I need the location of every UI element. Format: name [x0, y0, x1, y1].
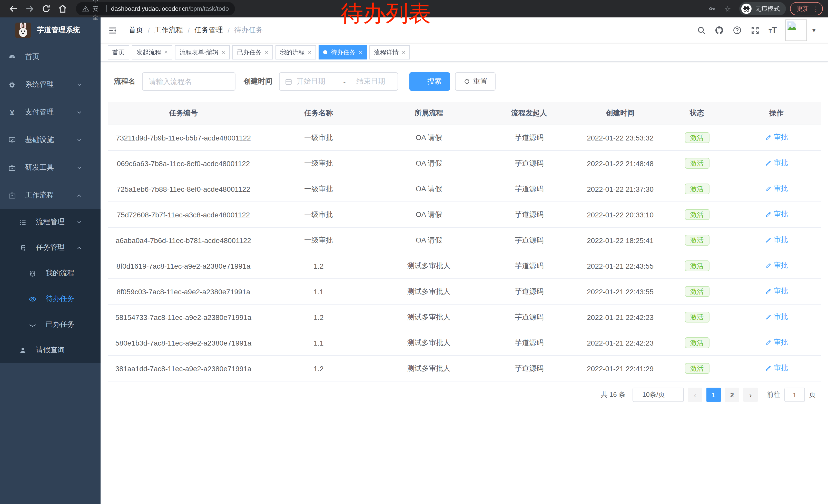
approve-link[interactable]: 审批: [765, 364, 788, 373]
tab-已办任务[interactable]: 已办任务×: [233, 45, 273, 59]
breadcrumb-task-manage[interactable]: 任务管理: [195, 26, 223, 35]
tab-我的流程[interactable]: 我的流程×: [276, 45, 316, 59]
column-header-状态: 状态: [662, 109, 732, 118]
table-row[interactable]: 381aa1dd-7ac8-11ec-a9e2-a2380e71991a1.2测…: [108, 356, 821, 381]
sidebar-item-流程管理[interactable]: 流程管理: [0, 209, 100, 235]
page-size-select[interactable]: 10条/页: [632, 387, 684, 402]
end-date-placeholder[interactable]: 结束日期: [349, 77, 392, 86]
table-row[interactable]: 8f0d1619-7ac8-11ec-a9e2-a2380e71991a1.2测…: [108, 253, 821, 279]
fullscreen-icon[interactable]: [750, 26, 760, 35]
table-row[interactable]: 580e1b3d-7ac8-11ec-a9e2-a2380e71991a1.1测…: [108, 330, 821, 356]
warning-icon: [82, 5, 89, 12]
date-range-picker[interactable]: 开始日期 - 结束日期: [279, 72, 398, 91]
forward-icon[interactable]: [25, 4, 35, 14]
page-button-1[interactable]: 1: [706, 387, 721, 402]
goto-page-input[interactable]: [784, 387, 805, 402]
breadcrumb-workflow[interactable]: 工作流程: [155, 26, 183, 35]
help-icon[interactable]: [733, 26, 742, 35]
back-icon[interactable]: [8, 4, 18, 14]
sidebar-item-待办任务[interactable]: 待办任务: [0, 286, 100, 312]
font-size-icon[interactable]: TT: [769, 26, 777, 35]
approve-link[interactable]: 审批: [765, 133, 788, 142]
github-icon[interactable]: [715, 26, 724, 35]
approve-link[interactable]: 审批: [765, 313, 788, 322]
approve-link[interactable]: 审批: [765, 184, 788, 193]
search-icon[interactable]: [697, 26, 706, 35]
process-name-label: 流程名: [114, 77, 135, 86]
tab-close-icon[interactable]: ×: [308, 49, 312, 55]
cell-status: 激活: [662, 286, 732, 297]
table-row[interactable]: 725a1eb6-7b88-11ec-8ef0-acde48001122一级审批…: [108, 176, 821, 202]
update-button[interactable]: 更新 ⋮: [790, 2, 823, 15]
home-icon[interactable]: [57, 4, 68, 14]
column-header-操作: 操作: [732, 109, 821, 118]
app-logo[interactable]: 芋道管理系统: [0, 17, 100, 43]
reload-icon[interactable]: [41, 4, 51, 14]
approve-link[interactable]: 审批: [765, 261, 788, 270]
table-row[interactable]: 75d72608-7b7f-11ec-a3c8-acde48001122一级审批…: [108, 202, 821, 228]
sidebar-item-基础设施[interactable]: 基础设施: [0, 126, 100, 154]
table-row[interactable]: 58154733-7ac8-11ec-a9e2-a2380e71991a1.2测…: [108, 305, 821, 330]
url-divider: [106, 5, 107, 12]
tab-close-icon[interactable]: ×: [222, 49, 225, 55]
pencil-icon: [765, 237, 772, 243]
sidebar-item-label: 我的流程: [46, 269, 74, 278]
key-icon[interactable]: [708, 5, 716, 13]
tab-close-icon[interactable]: ×: [402, 49, 405, 55]
tab-待办任务[interactable]: 待办任务×: [319, 45, 367, 59]
cell-status: 激活: [662, 158, 732, 169]
cell-task-name: 一级审批: [259, 236, 378, 245]
active-tab-dot: [323, 50, 327, 54]
approve-link[interactable]: 审批: [765, 159, 788, 168]
sidebar-collapse-icon[interactable]: [108, 26, 118, 35]
browser-menu-icon[interactable]: ⋮: [813, 5, 819, 12]
tab-发起流程[interactable]: 发起流程×: [132, 45, 172, 59]
tab-label: 流程表单-编辑: [179, 48, 218, 57]
app-title: 芋道管理系统: [37, 26, 80, 35]
page-button-2[interactable]: 2: [725, 387, 739, 402]
table-row[interactable]: 069c6a63-7b8a-11ec-8ef0-acde48001122一级审批…: [108, 151, 821, 176]
navbar-tools: TT ▼: [688, 19, 817, 41]
approve-link[interactable]: 审批: [765, 236, 788, 245]
table-row[interactable]: a6aba0a4-7b6d-11ec-b781-acde48001122一级审批…: [108, 228, 821, 253]
approve-link[interactable]: 审批: [765, 338, 788, 348]
search-button[interactable]: 搜索: [409, 72, 450, 91]
sidebar-item-任务管理[interactable]: 任务管理: [0, 235, 100, 261]
sidebar-item-工作流程[interactable]: 工作流程: [0, 182, 100, 209]
cell-created: 2022-01-21 22:42:23: [579, 339, 662, 347]
robot-icon: [29, 269, 36, 277]
tab-流程详情[interactable]: 流程详情×: [369, 45, 410, 59]
prev-page-button[interactable]: ‹: [688, 387, 702, 402]
top-navbar: 首页 / 工作流程 / 任务管理 / 待办任务 TT ▼: [100, 17, 828, 43]
tab-流程表单-编辑[interactable]: 流程表单-编辑×: [175, 45, 230, 59]
sidebar-item-请假查询[interactable]: 请假查询: [0, 337, 100, 363]
approve-link[interactable]: 审批: [765, 287, 788, 296]
tab-close-icon[interactable]: ×: [359, 49, 362, 55]
tab-首页[interactable]: 首页: [108, 45, 129, 59]
sidebar-item-研发工具[interactable]: 研发工具: [0, 154, 100, 182]
tab-close-icon[interactable]: ×: [164, 49, 168, 55]
cell-status: 激活: [662, 132, 732, 143]
breadcrumb-home[interactable]: 首页: [129, 26, 143, 35]
process-name-input[interactable]: [142, 72, 236, 91]
caret-down-icon[interactable]: ▼: [811, 27, 817, 33]
cell-process: OA 请假: [378, 184, 480, 193]
sidebar-item-系统管理[interactable]: 系统管理: [0, 71, 100, 98]
sidebar-item-已办任务[interactable]: 已办任务: [0, 312, 100, 337]
sidebar-item-我的流程[interactable]: 我的流程: [0, 261, 100, 286]
status-badge: 激活: [685, 158, 709, 169]
avatar[interactable]: [785, 19, 807, 41]
url-bar[interactable]: 不安全 dashboard.yudao.iocoder.cn/bpm/task/…: [76, 2, 235, 15]
table-row[interactable]: 8f059c03-7ac8-11ec-a9e2-a2380e71991a1.1测…: [108, 279, 821, 305]
sidebar-item-首页[interactable]: 首页: [0, 43, 100, 71]
sidebar-item-支付管理[interactable]: ¥支付管理: [0, 98, 100, 126]
tab-close-icon[interactable]: ×: [265, 49, 268, 55]
table-row[interactable]: 73211d9d-7b9b-11ec-b5b7-acde48001122一级审批…: [108, 125, 821, 151]
approve-link[interactable]: 审批: [765, 210, 788, 219]
star-icon[interactable]: ☆: [724, 5, 731, 12]
cell-starter: 芋道源码: [480, 338, 579, 348]
next-page-button[interactable]: ›: [743, 387, 758, 402]
start-date-placeholder[interactable]: 开始日期: [296, 77, 340, 86]
reset-button[interactable]: 重置: [455, 72, 496, 91]
status-badge: 激活: [685, 337, 709, 348]
